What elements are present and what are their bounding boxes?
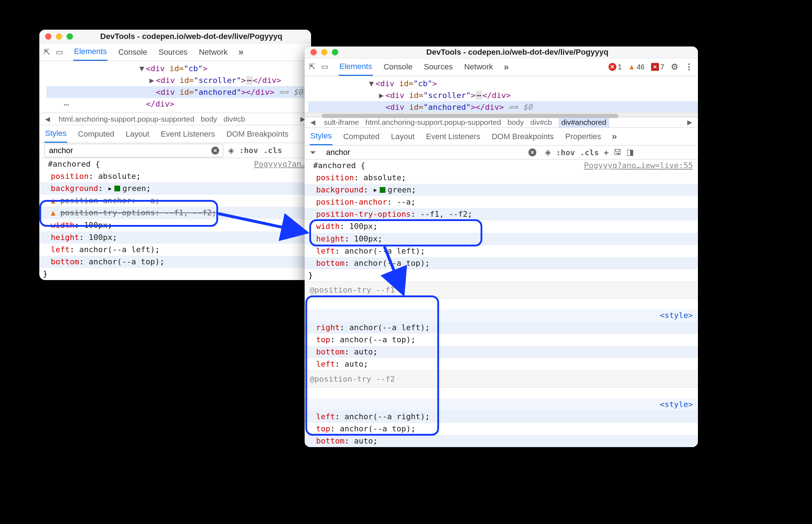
cls-button[interactable]: .cls bbox=[580, 148, 599, 157]
css-value[interactable]: absolute bbox=[98, 172, 136, 181]
css-property[interactable]: width bbox=[51, 221, 74, 230]
scrollbar-thumb[interactable] bbox=[322, 114, 619, 118]
color-swatch-icon[interactable] bbox=[114, 186, 120, 191]
css-declaration[interactable]: top: anchor(--a top); bbox=[305, 334, 698, 346]
css-value[interactable]: anchor(--a left) bbox=[349, 323, 425, 332]
tab-sources[interactable]: Sources bbox=[158, 44, 188, 60]
crumb-body[interactable]: body bbox=[507, 118, 524, 127]
css-property[interactable]: left bbox=[316, 412, 335, 421]
css-value[interactable]: green bbox=[388, 184, 411, 196]
css-value[interactable]: auto bbox=[344, 359, 363, 368]
css-property[interactable]: bottom bbox=[316, 259, 344, 268]
css-declaration[interactable]: background: ▸ green; bbox=[39, 182, 311, 195]
disclosure-triangle-icon[interactable]: ▼ bbox=[369, 78, 375, 89]
subtab-eventlisteners[interactable]: Event Listeners bbox=[425, 128, 481, 145]
device-toolbar-icon[interactable]: ▭ bbox=[321, 62, 329, 72]
css-declaration[interactable]: bottom: auto; bbox=[305, 435, 698, 447]
css-property[interactable]: left bbox=[316, 246, 335, 255]
more-tabs-icon[interactable]: » bbox=[238, 46, 243, 58]
disclosure-triangle-icon[interactable]: ▶ bbox=[149, 74, 156, 86]
disclosure-triangle-icon[interactable]: ▶ bbox=[379, 89, 385, 101]
subtab-styles[interactable]: Styles bbox=[310, 128, 333, 145]
css-declaration[interactable]: left: auto; bbox=[305, 358, 698, 370]
css-value[interactable]: anchor(--a top) bbox=[354, 259, 425, 268]
messages-badge[interactable]: ✕7 bbox=[651, 63, 664, 71]
css-property[interactable]: background bbox=[316, 185, 363, 194]
subtab-eventlisteners[interactable]: Event Listeners bbox=[160, 126, 216, 142]
rule-source-link[interactable]: Pogyyyq?an… bbox=[254, 158, 306, 170]
filter-input[interactable] bbox=[48, 146, 208, 156]
chevron-left-icon[interactable]: ◀ bbox=[308, 118, 318, 126]
css-property[interactable]: left bbox=[51, 245, 70, 254]
src-link[interactable]: "https://codepen.io/web-dot-d bbox=[203, 111, 311, 113]
css-declaration[interactable]: bottom: auto; bbox=[305, 346, 698, 358]
css-declaration[interactable]: left: anchor(--a right); bbox=[305, 411, 698, 423]
elements-panel[interactable]: ▼<div id="cb"> ▶<div id="scroller">⋯</di… bbox=[305, 76, 698, 112]
rule-source-link[interactable]: Pogyyyq?ano…iew=live:55 bbox=[584, 160, 693, 172]
css-value[interactable]: anchor(--a left) bbox=[79, 245, 155, 254]
css-value[interactable]: green bbox=[122, 182, 146, 195]
css-declaration[interactable]: height: 100px; bbox=[39, 231, 311, 244]
kebab-menu-icon[interactable]: ⋮ bbox=[685, 62, 694, 72]
inspect-icon[interactable]: ⇱ bbox=[44, 48, 50, 57]
disclosure-triangle-icon[interactable]: ▼ bbox=[139, 63, 146, 74]
css-property[interactable]: right bbox=[316, 323, 340, 332]
at-rule-header[interactable]: @position-try --f1 bbox=[305, 281, 698, 299]
css-declaration[interactable]: ▲ position-try-options: --f1, --f2; bbox=[39, 207, 311, 219]
css-declaration[interactable]: height: 100px; bbox=[305, 233, 698, 245]
css-property[interactable]: width bbox=[316, 222, 340, 231]
css-property[interactable]: background bbox=[51, 184, 98, 193]
css-property[interactable]: bottom bbox=[316, 436, 344, 445]
close-icon[interactable] bbox=[45, 33, 51, 40]
css-property[interactable]: top bbox=[316, 335, 330, 344]
minimize-icon[interactable] bbox=[56, 33, 62, 40]
maximize-icon[interactable] bbox=[67, 33, 73, 40]
crumb-iframe[interactable]: sult-iframe bbox=[324, 118, 359, 127]
selector-text[interactable]: #anchored { bbox=[44, 158, 100, 170]
maximize-icon[interactable] bbox=[332, 49, 338, 55]
cls-button[interactable]: .cls bbox=[263, 146, 282, 155]
styles-pane[interactable]: #anchored {Pogyyyq?an… position: absolut… bbox=[39, 158, 311, 280]
crumb-body[interactable]: body bbox=[201, 115, 217, 123]
elements-panel[interactable]: ⋯ ▼<div id="cb"> ▶<div id="scroller">⋯</… bbox=[39, 61, 311, 113]
css-value[interactable]: 100px bbox=[349, 222, 373, 231]
css-declaration[interactable]: position: absolute; bbox=[305, 172, 698, 184]
inspect-icon[interactable]: ⇱ bbox=[309, 62, 315, 72]
css-declaration[interactable]: top: anchor(--a top); bbox=[305, 423, 698, 435]
more-tabs-icon[interactable]: » bbox=[504, 62, 508, 73]
more-tabs-icon[interactable]: » bbox=[612, 131, 616, 142]
device-toolbar-icon[interactable]: ▭ bbox=[56, 48, 63, 57]
tab-sources[interactable]: Sources bbox=[423, 59, 453, 75]
new-rule-button[interactable]: + bbox=[604, 148, 609, 157]
tab-console[interactable]: Console bbox=[383, 59, 413, 75]
css-value[interactable]: --a bbox=[397, 197, 411, 206]
css-value[interactable]: anchor(--a right) bbox=[344, 412, 425, 421]
at-rule-header[interactable]: @position-try --f2 bbox=[305, 371, 698, 388]
css-value[interactable]: auto bbox=[354, 347, 373, 356]
subtab-computed[interactable]: Computed bbox=[77, 126, 115, 142]
css-declaration[interactable]: position-anchor: --a; bbox=[305, 196, 698, 208]
expand-icon[interactable]: ⋯ bbox=[476, 91, 482, 100]
computed-toggle-icon[interactable]: 🖫 bbox=[614, 148, 621, 157]
subtab-styles[interactable]: Styles bbox=[44, 125, 67, 143]
subtab-computed[interactable]: Computed bbox=[343, 128, 380, 145]
crumb-divcb[interactable]: div#cb bbox=[530, 118, 552, 127]
crumb-html[interactable]: html.anchoring-support.popup-supported bbox=[59, 115, 194, 123]
color-swatch-icon[interactable] bbox=[380, 187, 385, 193]
css-declaration[interactable]: ▲ position-anchor: --a; bbox=[39, 195, 311, 207]
css-property[interactable]: position bbox=[51, 172, 89, 181]
css-declaration[interactable]: bottom: anchor(--a top); bbox=[305, 257, 698, 269]
css-value[interactable]: --f1, --f2 bbox=[164, 208, 212, 217]
selector-text[interactable]: #anchored { bbox=[310, 160, 365, 172]
css-value[interactable]: anchor(--a left) bbox=[344, 246, 420, 255]
css-value[interactable]: --a bbox=[141, 196, 155, 205]
css-declaration[interactable]: position-try-options: --f1, --f2; bbox=[305, 208, 698, 220]
css-value[interactable]: anchor(--a top) bbox=[340, 424, 411, 433]
clear-filter-icon[interactable]: ✕ bbox=[211, 147, 219, 155]
subtab-layout[interactable]: Layout bbox=[390, 128, 415, 145]
chevron-left-icon[interactable]: ◀ bbox=[43, 115, 52, 123]
css-value[interactable]: absolute bbox=[363, 173, 401, 182]
clear-filter-icon[interactable]: ✕ bbox=[528, 148, 536, 156]
css-declaration[interactable]: left: anchor(--a left); bbox=[305, 245, 698, 257]
css-value[interactable]: anchor(--a top) bbox=[89, 257, 160, 266]
